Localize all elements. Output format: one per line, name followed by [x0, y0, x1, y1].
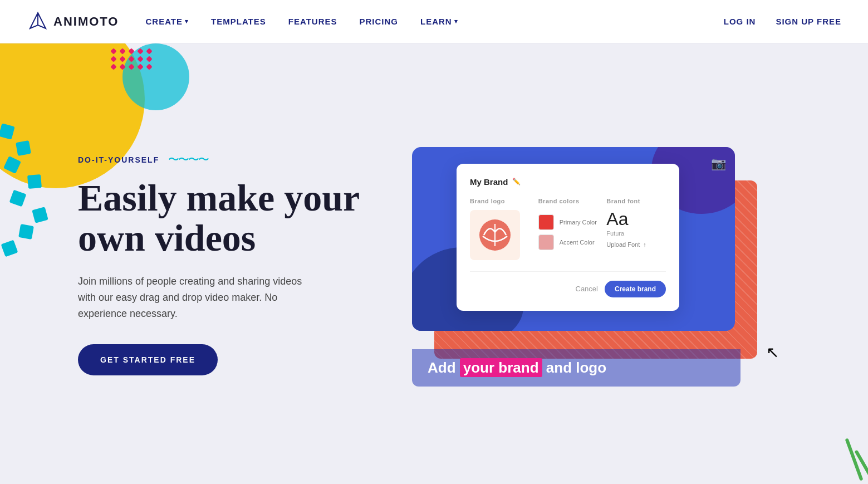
chevron-down-icon: ▾ [185, 18, 189, 25]
hero-section: DO-IT-YOURSELF 〜〜〜〜 Easily make your own… [0, 43, 868, 484]
brand-logo-box [470, 210, 520, 260]
chevron-down-icon: ▾ [454, 18, 458, 25]
font-name: Futura [606, 230, 624, 237]
logo-icon [27, 11, 49, 33]
brand-panel: My Brand ✏️ Brand logo [457, 164, 679, 311]
accent-color-swatch [538, 234, 554, 250]
nav-pricing[interactable]: PRICING [360, 17, 399, 26]
brand-panel-actions: Cancel Create brand [470, 271, 666, 297]
camera-icon: 📷 [708, 154, 728, 174]
cta-button[interactable]: GET STARTED FREE [78, 344, 218, 375]
hero-content: DO-IT-YOURSELF 〜〜〜〜 Easily make your own… [0, 114, 868, 414]
caption-bar: Add your brand and logo [412, 349, 741, 387]
logo[interactable]: ANIMOTO [27, 11, 119, 33]
caption-text: Add your brand and logo [428, 358, 606, 377]
hero-left: DO-IT-YOURSELF 〜〜〜〜 Easily make your own… [78, 152, 367, 375]
primary-color-swatch [538, 214, 554, 230]
brand-font-label: Brand font [606, 198, 640, 204]
brand-logo-column: Brand logo [470, 198, 529, 260]
brand-logo-label: Brand logo [470, 198, 529, 204]
cursor-icon: ↖ [766, 343, 779, 361]
nav-right: LOG IN SIGN UP FREE [724, 17, 841, 26]
caption-highlight: your brand [460, 358, 542, 377]
edit-icon: ✏️ [512, 178, 521, 185]
hero-tag-text: DO-IT-YOURSELF [78, 155, 159, 164]
squiggle-decoration: 〜〜〜〜 [168, 152, 208, 167]
brand-font-column: Brand font Aa Futura Upload Font ↑ [606, 198, 666, 260]
brand-colors-column: Brand colors Primary Color Accent Color [538, 198, 598, 260]
font-upload-row: Upload Font ↑ [606, 241, 646, 248]
hero-description: Join millions of people creating and sha… [78, 273, 312, 321]
navigation: ANIMOTO CREATE ▾ TEMPLATES FEATURES PRIC… [0, 0, 868, 43]
signup-button[interactable]: SIGN UP FREE [776, 17, 841, 26]
hero-right-mockup: 📷 My Brand ✏️ Brand logo [412, 147, 823, 381]
nav-links: CREATE ▾ TEMPLATES FEATURES PRICING LEAR… [145, 17, 723, 26]
accent-color-row: Accent Color [538, 234, 598, 250]
font-preview: Aa [606, 210, 628, 228]
green-strokes-decoration [850, 437, 868, 484]
login-button[interactable]: LOG IN [724, 17, 756, 26]
accent-color-label: Accent Color [560, 239, 595, 246]
brand-logo-svg [478, 218, 512, 252]
dot-grid-decoration [111, 49, 153, 69]
upload-icon: ↑ [643, 241, 646, 248]
primary-color-row: Primary Color [538, 214, 598, 230]
brand-panel-title: My Brand ✏️ [470, 177, 666, 187]
nav-features[interactable]: FEATURES [288, 17, 337, 26]
nav-learn[interactable]: LEARN ▾ [420, 17, 458, 26]
primary-color-label: Primary Color [560, 219, 597, 226]
logo-text: ANIMOTO [53, 14, 119, 29]
brand-colors-label: Brand colors [538, 198, 598, 204]
upload-font-label: Upload Font [606, 241, 640, 248]
brand-panel-grid: Brand logo Brand colors [470, 198, 666, 260]
nav-create[interactable]: CREATE ▾ [145, 17, 189, 26]
hero-title: Easily make your own videos [78, 178, 367, 258]
hero-tag: DO-IT-YOURSELF 〜〜〜〜 [78, 152, 367, 167]
create-brand-button[interactable]: Create brand [605, 281, 666, 297]
nav-templates[interactable]: TEMPLATES [211, 17, 266, 26]
cancel-button[interactable]: Cancel [576, 285, 598, 293]
